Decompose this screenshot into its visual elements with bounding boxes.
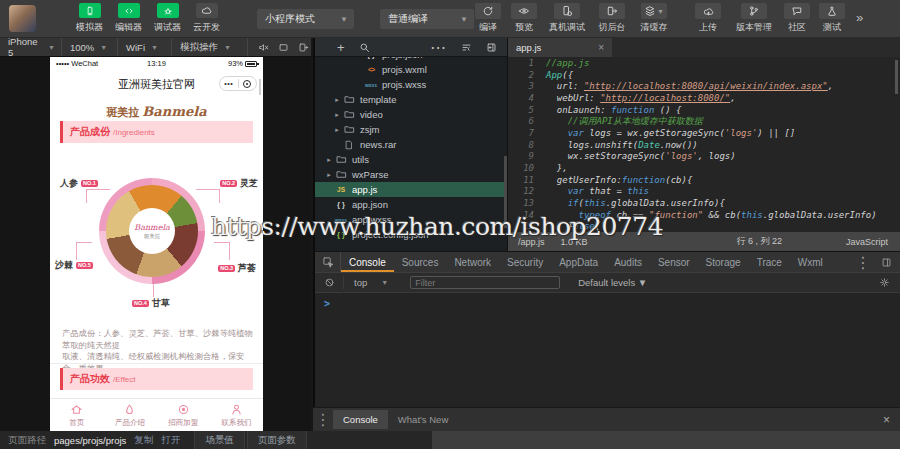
tree-item-project-config-json[interactable]: { }project.config.json: [315, 227, 507, 242]
clear-console-icon[interactable]: [324, 277, 335, 288]
code-line: 6 //调用API从本地缓存中获取数据: [508, 115, 900, 127]
phone-screen: ••••• WeChat 13:19 93% 亚洲斑美拉官网 ••• 斑美拉Ba…: [50, 57, 263, 431]
tree-item-app-js[interactable]: JSapp.js: [315, 182, 507, 197]
mute-icon[interactable]: [258, 42, 269, 53]
devtools-tab-network[interactable]: Network: [446, 252, 499, 272]
simulate-menu[interactable]: 模拟操作▼: [172, 38, 248, 56]
devtools-tab-appdata[interactable]: AppData: [551, 252, 606, 272]
devtools-tab-console[interactable]: Console: [341, 252, 394, 272]
action-refresh-button[interactable]: 编译: [470, 3, 506, 34]
action-devdbg-button[interactable]: 真机调试: [542, 3, 592, 34]
phone-tab-label: 产品介绍: [103, 418, 156, 428]
devtools-tab-sensor[interactable]: Sensor: [650, 252, 698, 272]
tree-item-utils[interactable]: ▸utils: [315, 152, 507, 167]
collapse-all-icon[interactable]: [461, 42, 472, 53]
search-icon[interactable]: [359, 42, 370, 53]
inspect-element-icon[interactable]: [315, 252, 341, 272]
action-layers-button[interactable]: ▼清缓存: [632, 3, 676, 34]
close-icon[interactable]: ×: [883, 413, 890, 427]
copy-path-link[interactable]: 复制: [134, 434, 153, 447]
toolbar-overflow-button[interactable]: »: [856, 10, 861, 25]
open-path-link[interactable]: 打开: [161, 434, 180, 447]
action-label: 清缓存: [632, 21, 676, 34]
code-line: 14 typeof cb == "function" && cb(this.gl…: [508, 209, 900, 221]
devtools-tab-audits[interactable]: Audits: [606, 252, 650, 272]
file-tree-toolbar: + ⋯: [315, 38, 507, 57]
bottom-tab[interactable]: 场景值: [194, 431, 245, 449]
file-icon: [343, 140, 355, 150]
cloud-icon: [196, 3, 218, 18]
bottom-tab[interactable]: 页面参数: [247, 431, 307, 449]
drawer-tab-console[interactable]: Console: [333, 410, 388, 429]
kebab-menu-icon[interactable]: ⋮: [855, 253, 871, 272]
toggle-phone-button[interactable]: 模拟器: [70, 3, 109, 34]
action-chat-button[interactable]: 社区: [780, 3, 814, 34]
log-levels-select[interactable]: Default levels ▼: [578, 277, 647, 288]
user-avatar[interactable]: [9, 5, 36, 32]
filter-input[interactable]: [410, 276, 560, 289]
add-file-button[interactable]: +: [337, 41, 345, 54]
section-header-ingredients: 产品成份 /Ingredients: [60, 121, 253, 143]
drawer-tab-what-s-new[interactable]: What's New: [388, 410, 458, 429]
tree-item-template[interactable]: ▸template: [315, 92, 507, 107]
tree-item-app-wxss[interactable]: wxssapp.wxss: [315, 212, 507, 227]
exit-target-icon[interactable]: [239, 80, 257, 88]
toggle-bug-button[interactable]: 调试器: [148, 3, 187, 34]
tree-item-projs-wxml[interactable]: <>projs.wxml: [315, 62, 507, 77]
hide-panel-icon[interactable]: [486, 42, 497, 53]
eye-icon: [511, 3, 537, 19]
context-select[interactable]: top ▼: [343, 276, 398, 289]
code-editor[interactable]: 1//app.js2App({3 url: "http://localhost:…: [508, 57, 900, 232]
toggle-cloud-button[interactable]: 云开发: [187, 3, 226, 34]
phone-tab-home[interactable]: 首页: [50, 399, 103, 431]
wechat-capsule[interactable]: •••: [219, 76, 257, 91]
device-select[interactable]: iPhone 5▼: [0, 38, 62, 56]
window-icon[interactable]: [278, 42, 289, 53]
action-flask-button[interactable]: 测试: [814, 3, 850, 34]
toggle-code-button[interactable]: 编辑器: [109, 3, 148, 34]
ingredient-ring-image: Banmela 斑美拉: [99, 178, 205, 284]
line-number: 8: [508, 140, 534, 150]
tree-item-app-json[interactable]: { }app.json: [315, 197, 507, 212]
kebab-menu-icon[interactable]: ⋮: [313, 410, 333, 429]
tree-item-video[interactable]: ▸video: [315, 107, 507, 122]
chevron-right-icon: ▸: [333, 96, 341, 104]
action-exit-button[interactable]: 切后台: [592, 3, 632, 34]
action-cloudup-button[interactable]: 上传: [688, 3, 728, 34]
close-icon[interactable]: ×: [598, 42, 604, 53]
tree-indent: [325, 201, 333, 208]
phone-tab-drop[interactable]: 产品介绍: [103, 399, 156, 431]
chevron-right-icon: ▸: [333, 111, 341, 119]
phone-tab-target[interactable]: 招商加盟: [157, 399, 210, 431]
more-icon[interactable]: ⋯: [430, 38, 447, 57]
action-branch-button[interactable]: 版本管理: [728, 3, 780, 34]
console-output[interactable]: >: [315, 293, 900, 407]
devtools-tab-storage[interactable]: Storage: [698, 252, 749, 272]
phone-tab-person[interactable]: 联系我们: [210, 399, 263, 431]
compile-select[interactable]: 普通编译 ▼: [380, 9, 474, 29]
device-bar: iPhone 5▼ 100%▼ WiFi▼ 模拟操作▼: [0, 38, 311, 57]
undock-icon[interactable]: [298, 42, 309, 53]
mode-select[interactable]: 小程序模式 ▼: [257, 9, 354, 29]
dock-side-icon[interactable]: [881, 257, 892, 268]
tree-item-wxParse[interactable]: ▸wxParse: [315, 167, 507, 182]
tab-app-js[interactable]: app.js ×: [508, 38, 612, 57]
file-tree-pane: + ⋯ { }projs.json <>projs.wxml wxssprojs…: [313, 38, 507, 251]
tree-indent: [325, 231, 333, 238]
editor-scrollbar[interactable]: [895, 60, 898, 94]
more-icon[interactable]: •••: [220, 80, 238, 87]
tree-item-zsjm[interactable]: ▸zsjm: [315, 122, 507, 137]
gear-icon[interactable]: [879, 277, 890, 288]
phone-scrollbar[interactable]: [259, 79, 261, 95]
folder-icon: [343, 94, 355, 105]
tree-item-projs-wxss[interactable]: wxssprojs.wxss: [315, 77, 507, 92]
chevron-down-icon: ▼: [657, 8, 664, 15]
devtools-tab-trace[interactable]: Trace: [749, 252, 790, 272]
action-eye-button[interactable]: 预览: [506, 3, 542, 34]
zoom-select[interactable]: 100%▼: [62, 38, 118, 56]
devtools-tab-wxml[interactable]: Wxml: [790, 252, 831, 272]
devtools-tab-security[interactable]: Security: [499, 252, 551, 272]
tree-item-news-rar[interactable]: news.rar: [315, 137, 507, 152]
network-select[interactable]: WiFi▼: [118, 38, 172, 56]
devtools-tab-sources[interactable]: Sources: [394, 252, 447, 272]
